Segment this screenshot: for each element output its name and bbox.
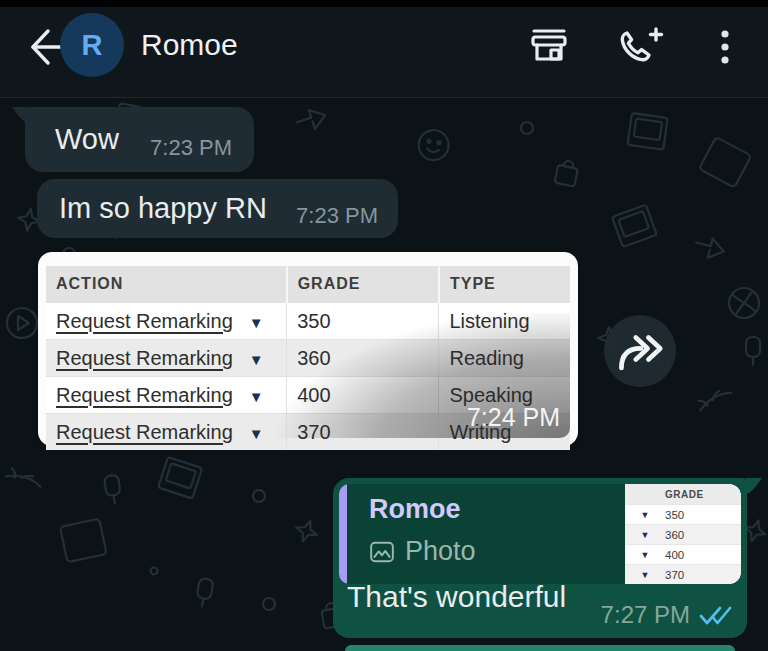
message-time: 7:27 PM	[601, 601, 690, 629]
whatsapp-chat-screen: R Romoe Wow 7:23 PM	[0, 0, 768, 651]
message-time: 7:23 PM	[296, 203, 378, 229]
dropdown-arrow-icon: ▼	[625, 565, 665, 584]
incoming-message[interactable]: Wow 7:23 PM	[25, 107, 254, 172]
type-cell: Listening	[439, 303, 570, 340]
thumb-value: 350	[665, 505, 684, 524]
thumb-value: 400	[665, 545, 684, 564]
dropdown-arrow-icon: ▼	[249, 351, 264, 368]
table-header-row: ACTION GRADE TYPE	[46, 266, 570, 303]
thumb-value: 370	[665, 565, 684, 584]
message-text: That's wonderful	[347, 580, 566, 614]
menu-button[interactable]	[712, 22, 738, 76]
storefront-button[interactable]	[524, 20, 574, 78]
bubble-tail	[745, 478, 763, 495]
read-receipt-double-check-icon	[699, 604, 733, 626]
quote-accent-bar	[339, 484, 347, 584]
storefront-icon	[524, 20, 574, 74]
message-time: 7:24 PM	[467, 403, 560, 432]
table-row: Request Remarking▼ 360 Reading	[46, 340, 570, 377]
add-call-button[interactable]	[612, 20, 668, 78]
dropdown-arrow-icon: ▼	[625, 505, 665, 524]
photo-message[interactable]: ACTION GRADE TYPE Request Remarking▼ 350…	[38, 252, 578, 446]
forward-arrow-icon	[613, 329, 667, 373]
grade-cell: 370	[287, 414, 439, 451]
incoming-message[interactable]: Im so happy RN 7:23 PM	[37, 179, 398, 238]
quote-label: Photo	[405, 536, 476, 567]
quote-author: Romoe	[369, 494, 461, 525]
quote-thumbnail: GRADE ▼ 350 ▼ 360 ▼ 400 ▼ 370	[625, 484, 741, 584]
photo-icon	[369, 539, 395, 565]
dropdown-arrow-icon: ▼	[625, 525, 665, 544]
grade-cell: 400	[287, 377, 439, 414]
remarking-link: Request Remarking	[56, 347, 233, 369]
chat-header: R Romoe	[0, 0, 768, 98]
col-header-action: ACTION	[46, 266, 287, 303]
dropdown-arrow-icon: ▼	[625, 545, 665, 564]
col-header-type: TYPE	[439, 266, 570, 303]
contact-avatar[interactable]: R	[60, 13, 124, 77]
thumb-header: GRADE	[665, 484, 704, 504]
outgoing-message[interactable]: Romoe Photo GRADE ▼ 350	[333, 478, 747, 638]
type-cell: Reading	[439, 340, 570, 377]
quoted-message[interactable]: Romoe Photo GRADE ▼ 350	[339, 484, 741, 584]
message-text: Im so happy RN	[59, 193, 267, 225]
remarking-link: Request Remarking	[56, 384, 233, 406]
remarking-link: Request Remarking	[56, 421, 233, 443]
kebab-menu-icon	[712, 22, 738, 72]
message-text: Wow	[55, 124, 119, 156]
dropdown-arrow-icon: ▼	[249, 425, 264, 442]
thumb-value: 360	[665, 525, 684, 544]
contact-name[interactable]: Romoe	[141, 28, 238, 62]
dropdown-arrow-icon: ▼	[249, 388, 264, 405]
dropdown-arrow-icon: ▼	[249, 314, 264, 331]
table-row: Request Remarking▼ 350 Listening	[46, 303, 570, 340]
grade-cell: 350	[287, 303, 439, 340]
grade-cell: 360	[287, 340, 439, 377]
col-header-grade: GRADE	[287, 266, 439, 303]
forward-button[interactable]	[604, 315, 676, 387]
status-bar-strip	[0, 0, 768, 7]
remarking-link: Request Remarking	[56, 310, 233, 332]
avatar-letter: R	[82, 29, 103, 62]
next-message-top-edge[interactable]	[345, 645, 735, 651]
add-call-icon	[612, 20, 668, 74]
quote-body: Romoe Photo	[347, 484, 625, 584]
message-time: 7:23 PM	[150, 135, 232, 161]
